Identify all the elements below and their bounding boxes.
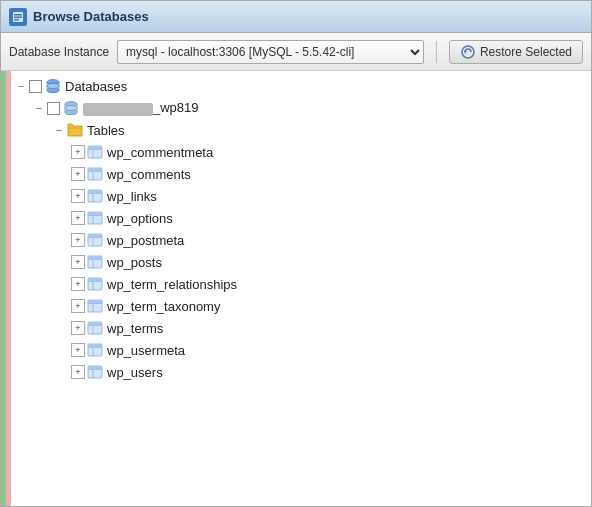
wp-terms-label: wp_terms — [107, 321, 163, 336]
wp-commentmeta-label: wp_commentmeta — [107, 145, 213, 160]
toolbar: Database Instance mysql - localhost:3306… — [1, 33, 591, 71]
tree-container[interactable]: − Databases − — [11, 71, 591, 506]
main-window: Browse Databases Database Instance mysql… — [0, 0, 592, 507]
wp-users-icon — [87, 364, 103, 380]
wp-term-taxonomy-icon — [87, 298, 103, 314]
wp-term-relationships-icon — [87, 276, 103, 292]
tables-expand[interactable]: − — [53, 124, 65, 136]
wp-term-taxonomy-label: wp_term_taxonomy — [107, 299, 220, 314]
restore-selected-button[interactable]: Restore Selected — [449, 40, 583, 64]
svg-point-11 — [65, 106, 77, 111]
wp-options-label: wp_options — [107, 211, 173, 226]
tables-folder-icon — [67, 122, 83, 138]
wp-posts-label: wp_posts — [107, 255, 162, 270]
databases-expand[interactable]: − — [15, 80, 27, 92]
svg-rect-47 — [88, 322, 102, 326]
wp-postmeta-label: wp_postmeta — [107, 233, 184, 248]
svg-point-8 — [47, 84, 59, 89]
svg-rect-31 — [88, 234, 102, 238]
window-title: Browse Databases — [33, 9, 149, 24]
wp-users-toggle[interactable]: + — [71, 365, 85, 379]
wp-links-label: wp_links — [107, 189, 157, 204]
svg-marker-5 — [464, 51, 467, 54]
wp-term-taxonomy-toggle[interactable]: + — [71, 299, 85, 313]
svg-rect-3 — [14, 19, 19, 21]
wp-posts-icon — [87, 254, 103, 270]
toolbar-separator — [436, 41, 437, 63]
svg-rect-27 — [88, 212, 102, 216]
wp819-checkbox[interactable] — [47, 102, 60, 115]
wp-options-toggle[interactable]: + — [71, 211, 85, 225]
databases-checkbox[interactable] — [29, 80, 42, 93]
wp-terms-toggle[interactable]: + — [71, 321, 85, 335]
svg-rect-1 — [14, 14, 22, 16]
tree-node-wp-terms[interactable]: + wp_terms — [11, 317, 591, 339]
tree-node-wp-links[interactable]: + wp_links — [11, 185, 591, 207]
svg-rect-19 — [88, 168, 102, 172]
tree-node-wp-posts[interactable]: + wp_posts — [11, 251, 591, 273]
svg-rect-35 — [88, 256, 102, 260]
tree-node-wp-commentmeta[interactable]: + wp_commentmeta — [11, 141, 591, 163]
restore-button-label: Restore Selected — [480, 45, 572, 59]
wp-posts-toggle[interactable]: + — [71, 255, 85, 269]
svg-rect-15 — [88, 146, 102, 150]
wp-usermeta-icon — [87, 342, 103, 358]
wp-links-icon — [87, 188, 103, 204]
wp-links-toggle[interactable]: + — [71, 189, 85, 203]
wp-term-relationships-toggle[interactable]: + — [71, 277, 85, 291]
content-area: − Databases − — [1, 71, 591, 506]
wp819-label: _wp819 — [83, 100, 199, 115]
wp-comments-label: wp_comments — [107, 167, 191, 182]
tree-node-wp-comments[interactable]: + wp_comments — [11, 163, 591, 185]
tree-node-wp819[interactable]: − _wp819 — [11, 97, 591, 119]
tree-node-wp-users[interactable]: + wp_users — [11, 361, 591, 383]
svg-rect-23 — [88, 190, 102, 194]
svg-rect-43 — [88, 300, 102, 304]
tree-node-wp-usermeta[interactable]: + wp_usermeta — [11, 339, 591, 361]
databases-label: Databases — [65, 79, 127, 94]
svg-rect-2 — [14, 16, 22, 18]
svg-rect-39 — [88, 278, 102, 282]
tree-node-tables[interactable]: − Tables — [11, 119, 591, 141]
wp-comments-toggle[interactable]: + — [71, 167, 85, 181]
wp-commentmeta-toggle[interactable]: + — [71, 145, 85, 159]
wp-term-relationships-label: wp_term_relationships — [107, 277, 237, 292]
svg-point-4 — [462, 46, 474, 58]
window-icon — [9, 8, 27, 26]
title-bar: Browse Databases — [1, 1, 591, 33]
tree-node-wp-term-relationships[interactable]: + wp_term_relationships — [11, 273, 591, 295]
tree-node-wp-postmeta[interactable]: + wp_postmeta — [11, 229, 591, 251]
wp-usermeta-toggle[interactable]: + — [71, 343, 85, 357]
databases-icon — [45, 78, 61, 94]
database-instance-select[interactable]: mysql - localhost:3306 [MySQL - 5.5.42-c… — [117, 40, 424, 64]
wp-usermeta-label: wp_usermeta — [107, 343, 185, 358]
instance-label: Database Instance — [9, 45, 109, 59]
tree-node-wp-options[interactable]: + wp_options — [11, 207, 591, 229]
wp-comments-icon — [87, 166, 103, 182]
svg-rect-55 — [88, 366, 102, 370]
svg-rect-51 — [88, 344, 102, 348]
wp-terms-icon — [87, 320, 103, 336]
tree-node-databases[interactable]: − Databases — [11, 75, 591, 97]
wp-users-label: wp_users — [107, 365, 163, 380]
wp-options-icon — [87, 210, 103, 226]
restore-icon — [460, 44, 476, 60]
wp-postmeta-toggle[interactable]: + — [71, 233, 85, 247]
wp-commentmeta-icon — [87, 144, 103, 160]
wp819-icon — [63, 100, 79, 116]
wp-postmeta-icon — [87, 232, 103, 248]
tables-label: Tables — [87, 123, 125, 138]
wp819-expand[interactable]: − — [33, 102, 45, 114]
tree-node-wp-term-taxonomy[interactable]: + wp_term_taxonomy — [11, 295, 591, 317]
